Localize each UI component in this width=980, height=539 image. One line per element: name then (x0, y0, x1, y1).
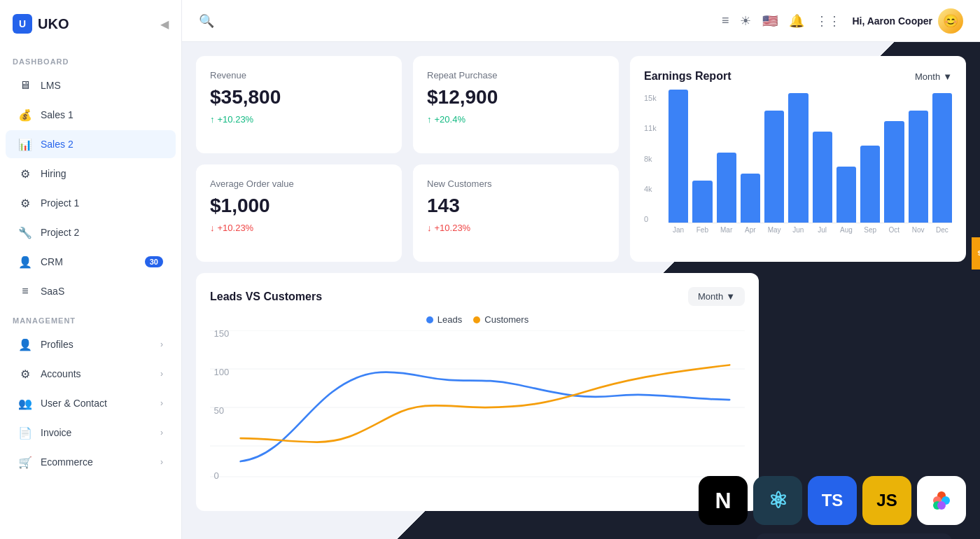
stat-change: ↓ +10.23% (210, 223, 388, 233)
sidebar-item-project2[interactable]: 🔧 Project 2 (6, 218, 176, 246)
logo-icon: U (13, 14, 32, 34)
sidebar-item-label: Sales 1 (41, 109, 74, 120)
main-content: 🔍 ≡ ☀ 🇺🇸 🔔 ⋮⋮ Hi, Aaron Cooper 😊 Reven (182, 0, 980, 539)
sidebar-item-label: Project 1 (41, 197, 79, 209)
line-chart: 150 100 50 0 Sat Sun Mon Tue Wed (210, 330, 745, 484)
leads-title: Leads VS Customers (210, 290, 322, 303)
leads-header: Leads VS Customers Month ▼ (210, 287, 745, 306)
chevron-icon: › (160, 398, 163, 408)
bar-apr (741, 174, 760, 223)
sidebar-item-label: User & Contact (41, 398, 107, 409)
sidebar-item-profiles[interactable]: 👤 Profiles › (6, 330, 176, 358)
grid-icon[interactable]: ⋮⋮ (816, 13, 841, 29)
stat-value: $35,800 (210, 86, 388, 108)
stat-value: $12,900 (427, 86, 605, 108)
sidebar-item-invoice[interactable]: 📄 Invoice › (6, 419, 176, 447)
sidebar-item-sales2[interactable]: 📊 Sales 2 (6, 130, 176, 158)
section-dashboard: DASHBOARD 🖥 LMS 💰 Sales 1 📊 Sales 2 ⚙ Hi… (0, 48, 181, 307)
sidebar-item-crm[interactable]: 👤 CRM 30 (6, 248, 176, 276)
sidebar-item-label: Invoice (41, 427, 71, 438)
tech-icon-figma[interactable] (917, 476, 966, 525)
month-selector[interactable]: Month ▼ (915, 71, 952, 82)
accounts-icon: ⚙ (18, 367, 32, 381)
stat-value: $1,000 (210, 195, 388, 217)
search-box[interactable]: 🔍 (199, 13, 710, 29)
sidebar-item-label: Accounts (41, 368, 81, 379)
sidebar-item-sales1[interactable]: 💰 Sales 1 (6, 101, 176, 129)
stat-label: Revenue (210, 70, 388, 80)
svg-text:100: 100 (214, 367, 229, 377)
bar-dec (932, 93, 952, 223)
project1-icon: ⚙ (18, 196, 32, 210)
menu-icon[interactable]: ≡ (722, 13, 729, 28)
svg-text:Thu: Thu (654, 483, 668, 484)
chevron-icon: › (160, 340, 163, 349)
earnings-title: Earnings Report (644, 70, 731, 83)
search-icon: 🔍 (199, 13, 214, 29)
bar-aug (836, 167, 856, 223)
sidebar-item-saas[interactable]: ≡ SaaS (6, 277, 176, 305)
layouts-button[interactable]: Layouts (971, 237, 980, 270)
leads-chart-card: Leads VS Customers Month ▼ Leads (196, 273, 759, 511)
ecommerce-icon: 🛒 (18, 455, 32, 469)
svg-point-27 (937, 501, 946, 510)
section-label-management: MANAGEMENT (0, 307, 181, 329)
stat-card-new-customers: New Customers 143 ↓ +10.23% (413, 164, 619, 262)
up-arrow-icon: ↑ (210, 114, 215, 125)
svg-text:Sun: Sun (309, 483, 324, 484)
profiles-icon: 👤 (18, 337, 32, 351)
tech-icon-next[interactable]: N (699, 476, 748, 525)
user-name: Hi, Aaron Cooper (852, 15, 932, 27)
chevron-icon: › (160, 428, 163, 438)
earnings-card: Earnings Report Month ▼ 15k 11k 8k (630, 56, 966, 262)
header-actions: ≡ ☀ 🇺🇸 🔔 ⋮⋮ Hi, Aaron Cooper 😊 (722, 8, 963, 34)
bar-jan (668, 90, 688, 223)
sidebar: U UKO ◀ DASHBOARD 🖥 LMS 💰 Sales 1 📊 Sale… (0, 0, 182, 539)
sidebar-item-label: SaaS (41, 286, 64, 297)
flag-icon[interactable]: 🇺🇸 (762, 13, 778, 29)
bar-mar (717, 153, 736, 223)
chart-legend: Leads Customers (210, 314, 745, 325)
collapse-button[interactable]: ◀ (160, 18, 169, 31)
svg-text:150: 150 (214, 330, 229, 339)
tech-icons: N ⚛ TS JS (699, 476, 966, 525)
bar-jul (813, 132, 832, 223)
dropdown-icon: ▼ (726, 291, 735, 302)
user-info[interactable]: Hi, Aaron Cooper 😊 (852, 8, 963, 34)
legend-customers: Customers (473, 314, 528, 325)
sidebar-item-ecommerce[interactable]: 🛒 Ecommerce › (6, 448, 176, 476)
logo[interactable]: U UKO (13, 14, 69, 34)
chevron-icon: › (160, 457, 163, 467)
tech-icon-ts[interactable]: TS (808, 476, 857, 525)
sidebar-item-project1[interactable]: ⚙ Project 1 (6, 189, 176, 217)
svg-text:Sat: Sat (234, 483, 248, 484)
tech-icon-js[interactable]: JS (862, 476, 911, 525)
project-status-card: Project Status Avg Rang (756, 533, 952, 539)
sidebar-item-label: CRM (41, 256, 63, 267)
leads-month-button[interactable]: Month ▼ (688, 287, 745, 306)
sidebar-item-lms[interactable]: 🖥 LMS (6, 71, 176, 99)
bell-icon[interactable]: 🔔 (789, 13, 804, 29)
theme-icon[interactable]: ☀ (740, 13, 751, 29)
tech-icon-react[interactable]: ⚛ (753, 476, 802, 525)
user-contact-icon: 👥 (18, 396, 32, 410)
bar-nov (909, 111, 928, 223)
content-area: Revenue $35,800 ↑ +10.23% Repeat Purchas… (182, 42, 980, 539)
bar-feb (692, 181, 712, 223)
app-name: UKO (38, 16, 69, 32)
lms-icon: 🖥 (18, 78, 32, 92)
sidebar-item-hiring[interactable]: ⚙ Hiring (6, 160, 176, 188)
stat-label: Average Order value (210, 178, 388, 189)
sidebar-item-label: LMS (41, 80, 61, 91)
header: 🔍 ≡ ☀ 🇺🇸 🔔 ⋮⋮ Hi, Aaron Cooper 😊 (182, 0, 980, 42)
earnings-header: Earnings Report Month ▼ (644, 70, 952, 83)
legend-leads: Leads (426, 314, 462, 325)
sidebar-item-label: Sales 2 (41, 139, 74, 150)
sidebar-item-user-contact[interactable]: 👥 User & Contact › (6, 389, 176, 417)
invoice-icon: 📄 (18, 426, 32, 440)
down-arrow-icon: ↓ (210, 223, 215, 233)
sidebar-item-accounts[interactable]: ⚙ Accounts › (6, 360, 176, 388)
section-management: MANAGEMENT 👤 Profiles › ⚙ Accounts › 👥 U… (0, 307, 181, 477)
sales1-icon: 💰 (18, 108, 32, 122)
hiring-icon: ⚙ (18, 167, 32, 181)
